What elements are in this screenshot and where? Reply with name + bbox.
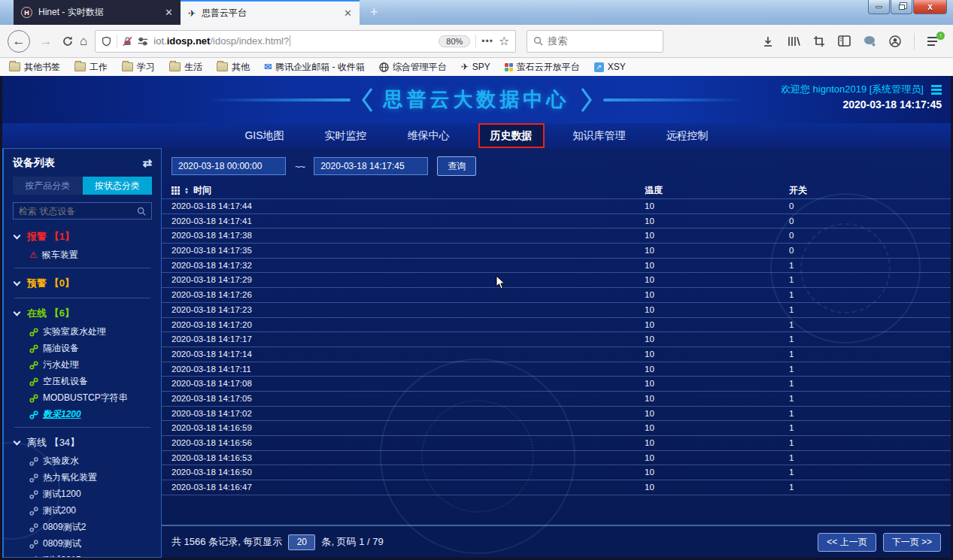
table-row[interactable]: 2020-03-18 14:17:26 10 1 (162, 287, 951, 302)
table-row[interactable]: 2020-03-18 14:17:32 10 1 (162, 258, 951, 273)
group-warning[interactable]: 预警 【0】 (14, 277, 152, 290)
group-offline[interactable]: 离线 【34】 (14, 436, 152, 450)
bookmark-ezviz[interactable]: 萤石云开放平台 (505, 61, 580, 74)
table-row[interactable]: 2020-03-18 14:17:17 10 1 (162, 331, 951, 347)
table-row[interactable]: 2020-03-18 14:17:23 10 1 (162, 302, 951, 317)
bookmark-folder-other-bookmarks[interactable]: 其他书签 (9, 61, 60, 74)
nav-gis-map[interactable]: GIS地图 (224, 125, 304, 147)
table-row[interactable]: 2020-03-18 14:17:05 10 1 (162, 391, 951, 406)
device-item-online[interactable]: 隔油设备 (29, 344, 152, 353)
table-row[interactable]: 2020-03-18 14:16:53 10 1 (162, 450, 951, 465)
bookmark-spy[interactable]: ✈SPY (461, 62, 490, 72)
grid-icon[interactable] (171, 186, 180, 195)
table-row[interactable]: 2020-03-18 14:17:29 10 1 (162, 272, 951, 287)
zoom-level-badge[interactable]: 80% (439, 35, 470, 47)
bookmark-folder-life[interactable]: 生活 (169, 61, 202, 74)
table-row[interactable]: 2020-03-18 14:17:38 10 0 (162, 228, 951, 243)
device-item-offline[interactable]: 实验废水 (29, 456, 152, 466)
browser-tab-sipu[interactable]: ✈ 思普云平台 ✕ (181, 0, 360, 25)
table-row[interactable]: 2020-03-18 14:17:41 10 0 (162, 213, 951, 229)
bookmark-xsy[interactable]: ↗XSY (594, 62, 626, 72)
nav-realtime-monitor[interactable]: 实时监控 (305, 125, 387, 147)
device-item-online[interactable]: MODBUSTCP字符串 (29, 393, 152, 403)
table-row[interactable]: 2020-03-18 14:17:20 10 1 (162, 317, 951, 332)
device-search-box[interactable] (13, 202, 152, 219)
account-icon[interactable] (889, 35, 901, 47)
nav-maintenance-center[interactable]: 维保中心 (387, 125, 470, 147)
prev-page-button[interactable]: << 上一页 (818, 533, 876, 552)
sidebar-toggle-icon[interactable] (838, 35, 851, 47)
cell-switch: 0 (789, 199, 951, 214)
restore-button[interactable] (891, 0, 912, 14)
page-size-input[interactable]: 20 (288, 534, 315, 550)
device-item-online[interactable]: 污水处理 (29, 360, 152, 370)
url-bar[interactable]: iot.idosp.net/idosp/index.html? 80% ••• … (95, 30, 516, 53)
table-row[interactable]: 2020-03-18 14:16:50 10 1 (162, 465, 951, 480)
home-button[interactable]: ⌂ (80, 34, 87, 49)
url-text[interactable]: iot.idosp.net/idosp/index.html? (153, 35, 433, 47)
tab-close-icon[interactable]: ✕ (165, 7, 173, 18)
device-item-offline[interactable]: 测试1200 (29, 489, 152, 499)
page-actions-button[interactable]: ••• (481, 36, 493, 47)
device-item-selected[interactable]: 数采1200 (29, 410, 152, 419)
device-item-online[interactable]: 实验室废水处理 (29, 327, 152, 337)
screenshot-crop-icon[interactable] (813, 35, 825, 47)
browser-tab-hinet[interactable]: H Hinet - 实时数据 ✕ (14, 0, 181, 25)
download-icon[interactable] (762, 35, 774, 47)
table-row[interactable]: 2020-03-18 14:17:35 10 0 (162, 243, 951, 258)
table-row[interactable]: 2020-03-18 14:17:02 10 1 (162, 406, 951, 421)
device-item-online[interactable]: 空压机设备 (29, 377, 152, 386)
nav-knowledge-base[interactable]: 知识库管理 (553, 125, 646, 147)
device-item-alarm[interactable]: ⚠ 猴车装置 (29, 250, 152, 260)
next-page-button[interactable]: 下一页 >> (883, 533, 941, 552)
library-icon[interactable] (787, 35, 800, 47)
table-row[interactable]: 2020-03-18 14:17:11 10 1 (162, 362, 951, 377)
nav-history-data[interactable]: 历史数据 (478, 123, 545, 148)
device-search-input[interactable] (19, 206, 137, 216)
device-item-offline[interactable]: 热力氧化装置 (29, 473, 152, 483)
forward-button[interactable]: → (36, 34, 56, 49)
bookmark-star-icon[interactable]: ☆ (499, 34, 509, 48)
tab-close-icon[interactable]: ✕ (344, 8, 352, 19)
close-button[interactable]: x (913, 0, 947, 14)
insecure-lock-icon (123, 36, 132, 47)
messenger-bubble-icon[interactable] (863, 35, 876, 47)
group-alarm[interactable]: 报警 【1】 (14, 230, 152, 244)
swap-arrows-icon[interactable]: ⇄ (142, 156, 152, 170)
new-tab-button[interactable]: + (370, 4, 378, 20)
table-row[interactable]: 2020-03-18 14:17:08 10 1 (162, 376, 951, 391)
sort-icon[interactable]: ▲▼ (184, 187, 189, 195)
reload-button[interactable] (62, 35, 74, 47)
device-item-offline[interactable]: 测试200 (29, 506, 152, 516)
tab-by-status[interactable]: 按状态分类 (83, 177, 153, 195)
query-button[interactable]: 查询 (437, 156, 476, 176)
end-datetime-input[interactable] (314, 157, 428, 175)
bookmark-folder-misc[interactable]: 其他 (217, 61, 250, 74)
table-row[interactable]: 2020-03-18 14:17:14 10 1 (162, 347, 951, 362)
minimize-button[interactable] (868, 0, 890, 14)
menu-button[interactable]: ↑ (927, 37, 939, 46)
col-time[interactable]: 时间 (193, 184, 211, 197)
col-switch[interactable]: 开关 (789, 184, 951, 197)
bookmark-folder-study[interactable]: 学习 (122, 61, 155, 74)
table-row[interactable]: 2020-03-18 14:16:56 10 1 (162, 435, 951, 450)
device-item-offline[interactable]: 测试0815 (29, 555, 152, 558)
nav-remote-control[interactable]: 远程控制 (646, 125, 729, 147)
device-tree: 报警 【1】 ⚠ 猴车装置 预警 【0】 在线 【6】 (13, 230, 152, 558)
tab-by-product[interactable]: 按产品分类 (13, 177, 83, 195)
search-bar[interactable] (527, 30, 663, 53)
bookmark-mgmt-platform[interactable]: 综合管理平台 (379, 61, 447, 74)
table-row[interactable]: 2020-03-18 14:16:59 10 1 (162, 420, 951, 435)
bookmark-tencent-mail[interactable]: ✉腾讯企业邮箱 - 收件箱 (264, 61, 365, 74)
group-online[interactable]: 在线 【6】 (14, 307, 152, 320)
start-datetime-input[interactable] (171, 157, 286, 175)
col-temperature[interactable]: 温度 (645, 184, 789, 197)
back-button[interactable]: ← (8, 30, 30, 53)
table-row[interactable]: 2020-03-18 14:16:47 10 1 (162, 480, 951, 495)
table-row[interactable]: 2020-03-18 14:17:44 10 0 (162, 198, 951, 213)
device-item-offline[interactable]: 0809测试 (29, 539, 152, 549)
device-item-offline[interactable]: 0809测试2 (29, 522, 152, 532)
search-input[interactable] (548, 35, 638, 47)
header-menu-icon[interactable] (931, 85, 942, 95)
bookmark-folder-work[interactable]: 工作 (74, 61, 108, 74)
